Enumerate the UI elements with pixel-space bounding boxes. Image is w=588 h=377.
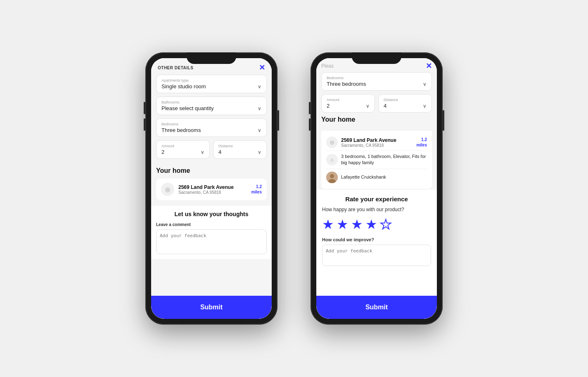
power-btn-2 [443, 110, 444, 131]
notch-1 [187, 52, 236, 64]
amount-value-2: 2 [327, 103, 339, 109]
your-home-section-1: Your home ◎ 2569 Land Park Avenue Sacram… [151, 162, 272, 203]
feedback-title-1: Let us know your thoughts [156, 211, 267, 217]
location-icon-wrap-2: ◎ [326, 137, 338, 148]
location-icon-wrap-1: ◎ [161, 183, 174, 196]
features-text: 3 bedrooms, 1 bathroom, Elevator, Fits f… [341, 153, 427, 166]
address-main-1: 2569 Land Park Avenue [178, 184, 247, 190]
stars-row: ★ ★ ★ ★ ★ [322, 217, 431, 232]
improve-label: How could we improve? [322, 237, 431, 242]
address-main-2: 2569 Land Park Avenue [341, 137, 413, 143]
star-3[interactable]: ★ [351, 217, 363, 232]
distance-value-2: 4 [384, 103, 398, 109]
distance-dropdown-2[interactable]: Distance 4 ∨ [378, 94, 432, 113]
agent-avatar [326, 172, 338, 183]
amount-distance-row: Amount 2 ∨ Distance 4 ∨ [156, 140, 267, 159]
submit-button-1[interactable]: Submit [151, 296, 272, 319]
form-area-1: Apartments type Single studio room ∨ Bat… [151, 75, 272, 162]
close-button-1[interactable]: ✕ [259, 64, 265, 71]
apartment-value: Single studio room [161, 83, 206, 90]
distance-chevron-icon-2: ∨ [423, 103, 427, 109]
svg-point-1 [330, 174, 334, 178]
section-title: OTHER DETAILS [158, 66, 193, 70]
vol-up-btn-2 [309, 102, 311, 114]
bedrooms-field-content: Bedrooms Three bedrooms [161, 122, 201, 133]
vol-up-btn-1 [144, 102, 145, 114]
phone-1: OTHER DETAILS ✕ Apartments type Single s… [145, 52, 277, 325]
bedrooms-label-2: Bedrooms [327, 76, 366, 80]
rate-question: How happy are you with our product? [322, 207, 431, 212]
improve-textarea[interactable] [322, 245, 431, 266]
bedrooms-field-content-2: Bedrooms Three bedrooms [327, 76, 366, 87]
distance-label: Distance [218, 144, 233, 148]
rate-title: Rate your experience [322, 196, 431, 203]
vol-down-btn-1 [144, 118, 145, 131]
bedrooms-value: Three bedrooms [161, 127, 201, 133]
distance-chevron-icon: ∨ [258, 149, 261, 155]
distance-dropdown[interactable]: Distance 4 ∨ [213, 140, 267, 159]
address-feature-row: ◎ 2569 Land Park Avenue Sacramento, CA 9… [326, 134, 427, 151]
bedrooms-chevron-icon-2: ∨ [423, 81, 427, 87]
screen-content-2: Pleas ✕ Bedrooms Three bedrooms ∨ Amount [316, 58, 437, 319]
features-row: ⌂ 3 bedrooms, 1 bathroom, Elevator, Fits… [326, 151, 427, 169]
distance-field-content-2: Distance 4 [384, 98, 398, 109]
your-home-title-1: Your home [156, 167, 267, 174]
home-address-2: 2569 Land Park Avenue Sacramento, CA 958… [341, 137, 413, 148]
bedrooms-dropdown-2[interactable]: Bedrooms Three bedrooms ∨ [321, 72, 432, 91]
comment-label-1: Leave a comment [156, 222, 267, 227]
apartment-field-content: Apartments type Single studio room [161, 78, 206, 90]
amount-dropdown-2[interactable]: Amount 2 ∨ [321, 94, 375, 113]
feedback-section-1: Let us know your thoughts Leave a commen… [151, 206, 272, 259]
distance-badge-2: 1.2 miles [416, 137, 427, 148]
location-icon-2: ◎ [330, 139, 334, 145]
bedrooms-label: Bedrooms [161, 122, 201, 126]
amount-distance-row-2: Amount 2 ∨ Distance 4 ∨ [321, 94, 432, 113]
bathrooms-dropdown[interactable]: Bathrooms Please select quantity ∨ [156, 97, 267, 115]
home-features-area: ◎ 2569 Land Park Avenue Sacramento, CA 9… [316, 131, 437, 190]
agent-name: Lafayette Cruickshank [341, 174, 386, 180]
distance-field-content: Distance 4 [218, 144, 233, 155]
star-1[interactable]: ★ [322, 217, 334, 232]
notch-2 [352, 52, 401, 64]
phone2-top: Pleas ✕ Bedrooms Three bedrooms ∨ Amount [316, 58, 437, 131]
amount-field-content: Amount 2 [161, 144, 174, 155]
feedback-textarea-1[interactable] [156, 229, 267, 254]
distance-label-2: Distance [384, 98, 398, 102]
your-home-title-2: Your home [321, 116, 432, 123]
bedrooms-dropdown[interactable]: Bedrooms Three bedrooms ∨ [156, 118, 267, 137]
bedrooms-value-2: Three bedrooms [327, 81, 366, 87]
apartment-chevron-icon: ∨ [258, 84, 261, 90]
amount-chevron-icon: ∨ [201, 149, 204, 155]
agent-row: Lafayette Cruickshank [326, 169, 427, 186]
bathrooms-field-content: Bathrooms Please select quantity [161, 100, 213, 111]
amount-dropdown[interactable]: Amount 2 ∨ [156, 140, 210, 159]
amount-field-content-2: Amount 2 [327, 98, 339, 109]
address-sub-1: Sacramento, CA 95818 [178, 190, 247, 195]
rate-section: Rate your experience How happy are you w… [316, 190, 437, 296]
apartment-type-dropdown[interactable]: Apartments type Single studio room ∨ [156, 75, 267, 93]
amount-chevron-icon-2: ∨ [366, 103, 370, 109]
home-card-1: ◎ 2569 Land Park Avenue Sacramento, CA 9… [156, 179, 267, 200]
phone-2: Pleas ✕ Bedrooms Three bedrooms ∨ Amount [311, 52, 443, 325]
amount-label-2: Amount [327, 98, 339, 102]
power-btn-1 [277, 110, 279, 131]
distance-value: 4 [218, 149, 233, 155]
phone-screen-2: Pleas ✕ Bedrooms Three bedrooms ∨ Amount [316, 58, 437, 319]
vol-down-btn-2 [309, 118, 311, 131]
amount-label: Amount [161, 144, 174, 148]
home-icon: ⌂ [330, 157, 333, 163]
star-4[interactable]: ★ [365, 217, 377, 232]
bathrooms-value: Please select quantity [161, 105, 213, 111]
bathrooms-label: Bathrooms [161, 100, 213, 104]
submit-button-2[interactable]: Submit [316, 296, 437, 319]
phone-screen-1: OTHER DETAILS ✕ Apartments type Single s… [151, 58, 272, 319]
home-icon-wrap: ⌂ [326, 154, 338, 165]
apartment-label: Apartments type [161, 78, 206, 82]
star-2[interactable]: ★ [337, 217, 349, 232]
bedrooms-chevron-icon: ∨ [258, 127, 261, 133]
screen-content-1: OTHER DETAILS ✕ Apartments type Single s… [151, 58, 272, 319]
address-sub-2: Sacramento, CA 95818 [341, 143, 413, 148]
amount-value: 2 [161, 149, 174, 155]
star-5[interactable]: ★ [380, 217, 392, 232]
close-button-2[interactable]: ✕ [426, 62, 432, 70]
